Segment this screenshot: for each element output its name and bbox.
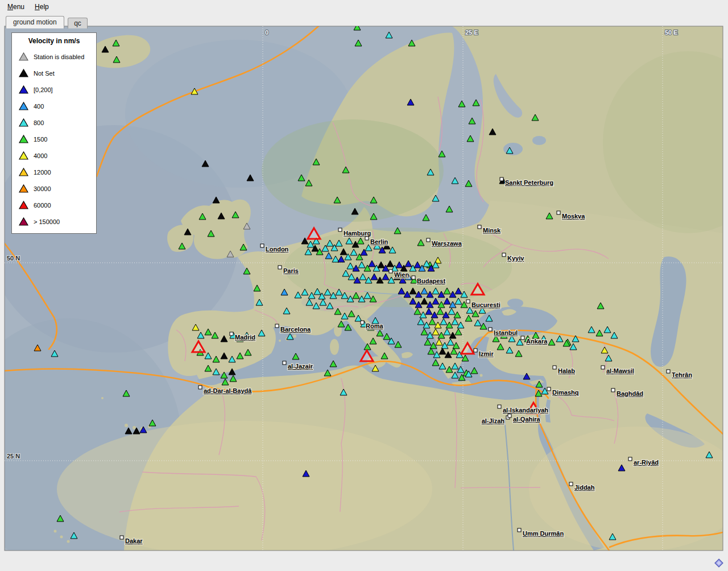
station-marker[interactable] (597, 303, 604, 309)
station-marker[interactable] (424, 339, 431, 345)
station-marker[interactable] (506, 147, 513, 154)
station-marker[interactable] (354, 24, 361, 30)
station-marker[interactable] (313, 159, 320, 165)
station-marker[interactable] (208, 230, 214, 237)
station-marker[interactable] (473, 100, 479, 106)
station-marker[interactable] (469, 118, 475, 124)
station-marker[interactable] (432, 329, 439, 335)
station-marker[interactable] (452, 177, 458, 184)
station-marker[interactable] (452, 372, 458, 378)
station-marker[interactable] (222, 379, 229, 385)
station-marker[interactable] (427, 169, 434, 175)
station-marker[interactable] (197, 332, 204, 338)
station-marker[interactable] (588, 326, 595, 333)
station-marker[interactable] (254, 285, 260, 291)
station-marker[interactable] (351, 208, 358, 214)
station-marker[interactable] (609, 533, 616, 540)
station-marker[interactable] (247, 175, 254, 181)
station-marker[interactable] (281, 289, 288, 295)
alert-station-marker[interactable] (308, 228, 320, 239)
station-marker[interactable] (489, 129, 496, 135)
station-marker[interactable] (324, 289, 331, 295)
station-marker[interactable] (364, 292, 371, 299)
station-marker[interactable] (508, 336, 515, 342)
station-marker[interactable] (370, 338, 377, 344)
station-marker[interactable] (444, 298, 450, 304)
station-marker[interactable] (467, 135, 474, 142)
station-marker[interactable] (326, 240, 333, 246)
station-marker[interactable] (125, 428, 132, 434)
station-marker[interactable] (421, 298, 428, 304)
station-marker[interactable] (256, 299, 263, 305)
station-marker[interactable] (372, 365, 379, 371)
station-marker[interactable] (308, 292, 315, 299)
station-marker[interactable] (287, 333, 293, 340)
station-marker[interactable] (596, 330, 603, 336)
station-marker[interactable] (325, 253, 332, 259)
station-marker[interactable] (432, 195, 439, 201)
station-marker[interactable] (179, 243, 185, 249)
alert-station-marker[interactable] (192, 341, 205, 352)
station-marker[interactable] (202, 160, 209, 167)
station-marker[interactable] (429, 318, 436, 325)
station-marker[interactable] (452, 318, 458, 325)
station-marker[interactable] (432, 288, 439, 294)
station-marker[interactable] (283, 308, 290, 314)
station-marker[interactable] (471, 367, 478, 374)
station-marker[interactable] (336, 240, 342, 246)
station-marker[interactable] (455, 288, 462, 294)
station-marker[interactable] (377, 330, 383, 336)
station-marker[interactable] (432, 298, 439, 304)
station-marker[interactable] (192, 324, 199, 330)
station-marker[interactable] (243, 223, 250, 229)
station-marker[interactable] (342, 167, 349, 173)
station-marker[interactable] (432, 359, 439, 366)
station-marker[interactable] (423, 214, 429, 221)
station-marker[interactable] (102, 46, 109, 52)
station-marker[interactable] (314, 288, 321, 295)
station-marker[interactable] (332, 256, 339, 262)
station-marker[interactable] (447, 339, 454, 345)
tab-ground-motion[interactable]: ground motion (6, 16, 64, 28)
station-marker[interactable] (191, 88, 198, 94)
station-marker[interactable] (369, 260, 375, 267)
station-marker[interactable] (417, 239, 424, 246)
station-marker[interactable] (320, 299, 326, 305)
station-marker[interactable] (243, 268, 250, 274)
help-menu-button[interactable]: Help (30, 1, 54, 13)
station-marker[interactable] (334, 197, 341, 203)
station-marker[interactable] (133, 428, 140, 434)
station-marker[interactable] (184, 229, 191, 235)
station-marker[interactable] (205, 353, 212, 359)
alert-station-marker[interactable] (461, 343, 474, 354)
station-marker[interactable] (381, 353, 388, 359)
station-marker[interactable] (405, 260, 412, 267)
station-marker[interactable] (229, 356, 235, 362)
station-marker[interactable] (370, 213, 377, 220)
station-marker[interactable] (516, 339, 523, 345)
station-marker[interactable] (515, 350, 522, 357)
station-marker[interactable] (205, 329, 212, 335)
station-marker[interactable] (149, 420, 156, 426)
station-marker[interactable] (123, 390, 130, 396)
station-marker[interactable] (493, 336, 499, 342)
station-marker[interactable] (421, 329, 428, 335)
station-marker[interactable] (407, 99, 414, 105)
station-marker[interactable] (71, 532, 77, 539)
station-marker[interactable] (455, 298, 462, 304)
station-marker[interactable] (213, 356, 220, 362)
station-marker[interactable] (389, 247, 396, 253)
station-marker[interactable] (428, 348, 435, 354)
station-marker[interactable] (437, 308, 444, 315)
station-marker[interactable] (439, 363, 446, 369)
station-marker[interactable] (486, 315, 493, 321)
station-marker[interactable] (408, 40, 415, 46)
station-marker[interactable] (605, 355, 612, 361)
station-marker[interactable] (301, 289, 308, 295)
station-marker[interactable] (205, 365, 212, 371)
station-marker[interactable] (421, 288, 428, 294)
station-marker[interactable] (611, 332, 618, 338)
station-marker[interactable] (444, 288, 450, 294)
station-marker[interactable] (347, 263, 354, 269)
station-marker[interactable] (425, 308, 432, 315)
